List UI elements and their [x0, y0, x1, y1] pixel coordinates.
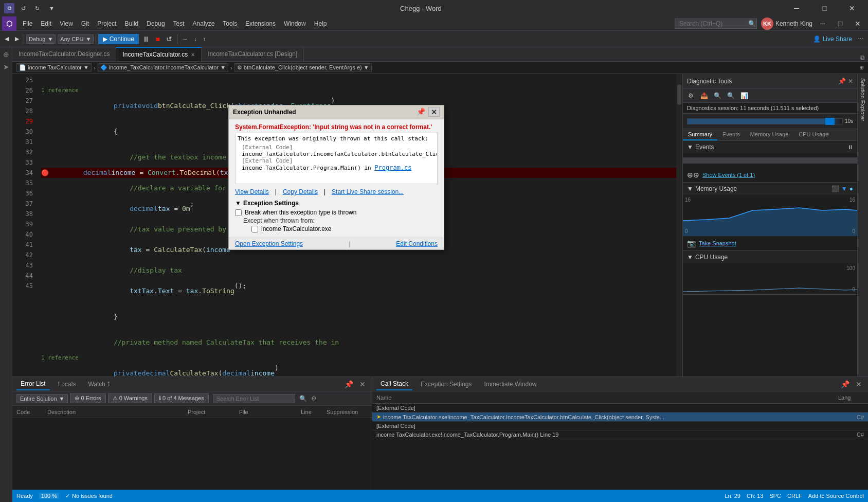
break-checkbox[interactable] — [235, 209, 242, 216]
diag-zoom-in-btn[interactable]: 🔍 — [712, 90, 723, 101]
add-member-btn[interactable]: ⊕ — [859, 64, 864, 71]
exception-pin-button[interactable]: 📌 — [414, 107, 427, 117]
tab-panel-controls[interactable]: ⧉ — [857, 54, 868, 61]
method-dropdown[interactable]: ⚙ btnCalculate_Click(object sender, Even… — [234, 63, 372, 72]
tb-pause[interactable]: ⏸ — [140, 33, 152, 45]
diag-tab-events[interactable]: Events — [717, 129, 745, 140]
tb-step-in[interactable]: ↓ — [191, 33, 200, 45]
add-source-control[interactable]: Add to Source Control — [808, 493, 864, 499]
tab-main-close[interactable]: ✕ — [191, 52, 195, 58]
namespace-dropdown[interactable]: 📄 income TaxCalculator ▼ — [16, 63, 92, 72]
diag-tab-cpu[interactable]: CPU Usage — [793, 129, 834, 140]
menu-git[interactable]: Git — [77, 18, 93, 29]
exception-close-button[interactable]: ✕ — [428, 107, 440, 117]
tab-designer[interactable]: IncomeTaxCalculator.Designer.cs — [12, 47, 116, 61]
menu-build[interactable]: Build — [121, 18, 143, 29]
tab-design[interactable]: IncomeTaxCalculator.cs [Design] — [202, 47, 304, 61]
menu-maximize[interactable]: □ — [832, 15, 848, 32]
diag-tab-memory[interactable]: Memory Usage — [745, 129, 794, 140]
panel-tab-error-list[interactable]: Error List — [16, 378, 50, 390]
menu-close[interactable]: ✕ — [849, 15, 866, 32]
tab-main[interactable]: IncomeTaxCalculator.cs ✕ — [116, 47, 202, 61]
edit-conditions-link[interactable]: Edit Conditions — [396, 240, 438, 247]
panel-tab-locals[interactable]: Locals — [54, 379, 80, 390]
tb-extra[interactable]: ⋯ — [855, 33, 866, 45]
diag-pin-btn[interactable]: 📌 — [838, 78, 846, 85]
program-cs-link[interactable]: Program.cs — [374, 164, 411, 171]
error-list-close-btn[interactable]: ✕ — [357, 380, 368, 388]
timeline-track[interactable] — [687, 118, 843, 124]
error-list-pin-btn[interactable]: 📌 — [342, 380, 355, 388]
diag-settings-btn[interactable]: ⚙ — [685, 90, 696, 101]
diag-tab-summary[interactable]: Summary — [683, 129, 717, 140]
warnings-filter-btn[interactable]: ⚠ 0 Warnings — [108, 393, 152, 403]
menu-test[interactable]: Test — [169, 18, 189, 29]
tb-redo[interactable]: ↻ — [32, 2, 42, 14]
menu-edit[interactable]: Edit — [37, 18, 56, 29]
memory-section-header[interactable]: ▼ Memory Usage ⬛ ▼ ● — [683, 183, 857, 195]
take-snapshot-btn[interactable]: Take Snapshot — [699, 240, 736, 246]
diag-zoom-out-btn[interactable]: 🔍 — [725, 90, 736, 101]
menu-minimize[interactable]: ─ — [815, 15, 831, 32]
editor-scrollbar[interactable] — [676, 74, 682, 377]
search-box[interactable]: 🔍 — [675, 19, 757, 29]
panel-tab-watch1[interactable]: Watch 1 — [84, 379, 115, 390]
events-pause-btn[interactable]: ⏸ — [847, 144, 853, 150]
tb-step-out[interactable]: ↑ — [201, 33, 209, 45]
diag-export-btn[interactable]: 📤 — [698, 90, 710, 101]
cpu-section-header[interactable]: ▼ CPU Usage — [683, 251, 857, 263]
tb-forward[interactable]: ▶ — [12, 33, 22, 45]
tb-stop[interactable]: ■ — [153, 33, 162, 45]
menu-analyze[interactable]: Analyze — [189, 18, 219, 29]
view-details-link[interactable]: View Details — [235, 188, 269, 195]
debug-config-dropdown[interactable]: Debug ▼ — [26, 34, 56, 44]
panel-tab-exception-settings[interactable]: Exception Settings — [417, 379, 476, 390]
account-avatar[interactable]: KK — [761, 17, 773, 30]
class-dropdown[interactable]: 🔷 income_TaxCalculator.IncomeTaxCalculat… — [98, 63, 228, 72]
menu-project[interactable]: Project — [93, 18, 120, 29]
cs-row-1[interactable]: ➤ income TaxCalculator.exe!income_TaxCal… — [372, 413, 868, 422]
menu-help[interactable]: Help — [310, 18, 331, 29]
exe-checkbox[interactable] — [251, 226, 258, 232]
menu-window[interactable]: Window — [280, 18, 310, 29]
panel-tab-immediate[interactable]: Immediate Window — [480, 379, 540, 390]
sidebar-nav-icon[interactable]: ➤ — [1, 62, 11, 72]
tb-settings[interactable]: ▼ — [46, 2, 57, 14]
maximize-button[interactable]: □ — [812, 0, 836, 16]
menu-view[interactable]: View — [56, 18, 77, 29]
live-share-link[interactable]: Start Live Share session... — [332, 188, 404, 195]
menu-extensions[interactable]: Extensions — [241, 18, 280, 29]
menu-debug[interactable]: Debug — [142, 18, 169, 29]
platform-dropdown[interactable]: Any CPU ▼ — [58, 34, 94, 44]
tb-restart[interactable]: ↺ — [164, 33, 175, 45]
solution-explorer-tab[interactable]: Solution Explorer — [857, 74, 868, 377]
exception-stack-area[interactable]: This exception was originally thrown at … — [235, 133, 438, 184]
close-button[interactable]: ✕ — [840, 0, 864, 16]
search-input[interactable] — [679, 20, 746, 27]
panel-tab-call-stack[interactable]: Call Stack — [376, 378, 412, 390]
messages-filter-btn[interactable]: ℹ 0 of 4 Messages — [154, 393, 209, 403]
live-share-button[interactable]: 👤 Live Share — [813, 35, 852, 43]
crlf-info[interactable]: CRLF — [787, 493, 802, 499]
copy-details-link[interactable]: Copy Details — [283, 188, 318, 195]
menu-file[interactable]: File — [19, 18, 37, 29]
tb-undo[interactable]: ↺ — [19, 2, 28, 14]
open-exception-settings-link[interactable]: Open Exception Settings — [235, 240, 303, 247]
diag-close-btn[interactable]: ✕ — [848, 78, 853, 85]
zoom-level[interactable]: 100 % — [39, 493, 59, 499]
menu-tools[interactable]: Tools — [219, 18, 241, 29]
sidebar-breakpoints-icon[interactable]: ⊕ — [1, 49, 11, 60]
errors-filter-btn[interactable]: ⊗ 0 Errors — [70, 393, 105, 403]
tb-step-over[interactable]: → — [179, 33, 190, 45]
error-search-input[interactable] — [213, 394, 295, 403]
error-settings-btn[interactable]: ⚙ — [311, 395, 317, 402]
diag-chart-btn[interactable]: 📊 — [738, 90, 750, 101]
editor-scrollbar-thumb[interactable] — [677, 84, 681, 105]
tb-back[interactable]: ◀ — [2, 33, 11, 45]
call-stack-close-btn[interactable]: ✕ — [854, 380, 864, 388]
continue-button[interactable]: ▶ Continue — [98, 34, 138, 44]
events-section-header[interactable]: ▼ Events ⏸ — [683, 141, 857, 153]
solution-filter-dropdown[interactable]: Entire Solution ▼ — [16, 394, 68, 403]
minimize-button[interactable]: ─ — [785, 0, 808, 16]
show-events-label[interactable]: Show Events (1 of 1) — [702, 172, 755, 178]
